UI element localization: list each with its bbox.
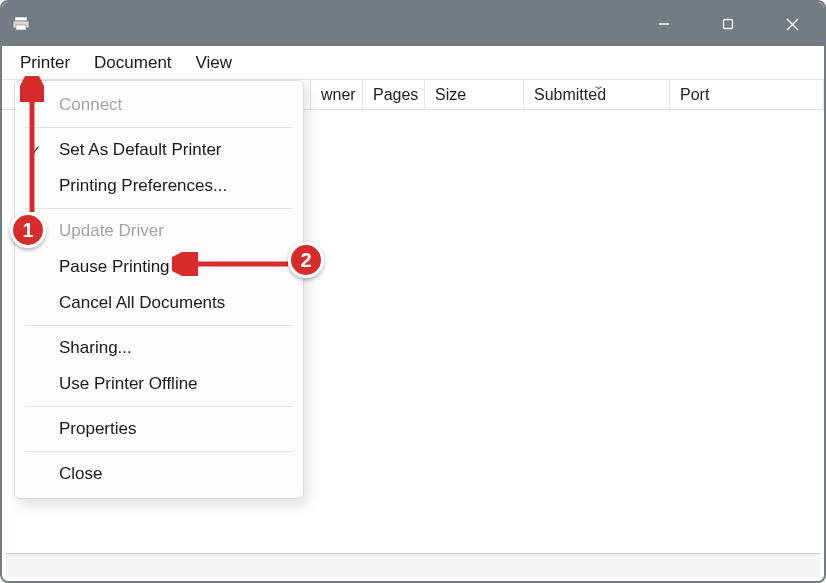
menu-update-driver: Update Driver [15, 213, 303, 249]
svg-rect-0 [15, 17, 27, 21]
chevron-down-icon: ⌄ [592, 80, 605, 91]
menu-separator [25, 451, 293, 452]
maximize-button[interactable] [696, 2, 760, 46]
close-button[interactable] [760, 2, 824, 46]
annotation-badge-1: 1 [10, 212, 46, 248]
menu-separator [25, 325, 293, 326]
check-icon: ✓ [29, 142, 42, 160]
printer-menu-dropdown: Connect ✓ Set As Default Printer Printin… [14, 80, 304, 499]
menu-separator [25, 127, 293, 128]
menu-cancel-all[interactable]: Cancel All Documents [15, 285, 303, 321]
window-titlebar [2, 2, 824, 46]
svg-rect-4 [724, 20, 733, 29]
printer-icon [12, 17, 30, 31]
menu-separator [25, 406, 293, 407]
minimize-button[interactable] [632, 2, 696, 46]
menu-document[interactable]: Document [82, 49, 183, 77]
menu-set-default[interactable]: ✓ Set As Default Printer [15, 132, 303, 168]
menubar: Printer Document View [2, 46, 824, 80]
menu-separator [25, 208, 293, 209]
menu-view[interactable]: View [184, 49, 245, 77]
col-pages[interactable]: Pages [363, 80, 425, 109]
status-bar [6, 553, 820, 577]
svg-rect-2 [16, 25, 26, 30]
col-submitted[interactable]: Submitted ⌄ [524, 80, 670, 109]
col-owner[interactable]: wner [311, 80, 363, 109]
annotation-badge-2: 2 [288, 242, 324, 278]
menu-use-offline[interactable]: Use Printer Offline [15, 366, 303, 402]
menu-properties[interactable]: Properties [15, 411, 303, 447]
menu-connect: Connect [15, 87, 303, 123]
menu-close[interactable]: Close [15, 456, 303, 492]
col-port[interactable]: Port [670, 80, 824, 109]
menu-printing-preferences[interactable]: Printing Preferences... [15, 168, 303, 204]
menu-sharing[interactable]: Sharing... [15, 330, 303, 366]
menu-pause-printing[interactable]: Pause Printing [15, 249, 303, 285]
menu-printer[interactable]: Printer [8, 49, 82, 77]
col-size[interactable]: Size [425, 80, 524, 109]
